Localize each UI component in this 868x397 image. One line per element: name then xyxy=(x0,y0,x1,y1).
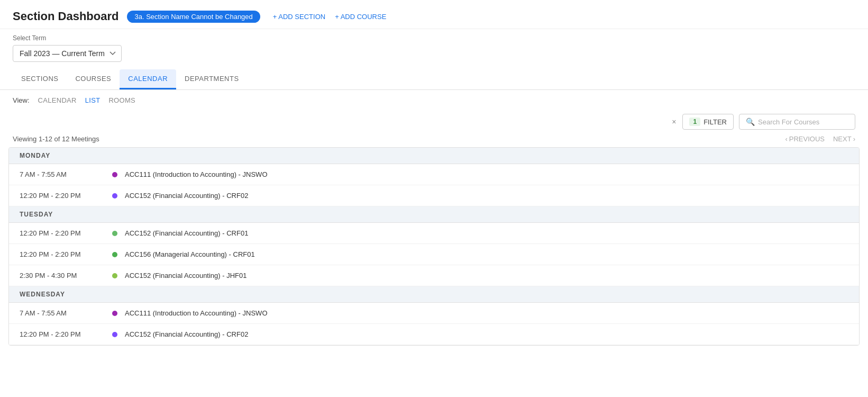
meeting-course-name: ACC111 (Introduction to Accounting) - JN… xyxy=(125,170,268,178)
meeting-color-dot xyxy=(112,252,117,257)
meeting-row[interactable]: 12:20 PM - 2:20 PMACC152 (Financial Acco… xyxy=(9,223,859,244)
meeting-color-dot xyxy=(112,311,117,316)
tab-departments[interactable]: DEPARTMENTS xyxy=(176,69,248,89)
previous-button[interactable]: ‹ PREVIOUS xyxy=(785,135,825,143)
term-label: Select Term xyxy=(13,34,855,42)
meetings-list: MONDAY7 AM - 7:55 AMACC111 (Introduction… xyxy=(8,147,860,346)
meeting-time: 7 AM - 7:55 AM xyxy=(20,309,112,317)
meeting-row[interactable]: 7 AM - 7:55 AMACC111 (Introduction to Ac… xyxy=(9,303,859,324)
next-label: NEXT xyxy=(833,135,852,143)
add-course-button[interactable]: + ADD COURSE xyxy=(335,13,386,21)
search-icon: 🔍 xyxy=(746,118,755,126)
term-select[interactable]: Fall 2023 — Current Term xyxy=(13,45,122,62)
meeting-row[interactable]: 12:20 PM - 2:20 PMACC152 (Financial Acco… xyxy=(9,324,859,345)
view-label: View: xyxy=(13,96,30,104)
pagination: ‹ PREVIOUS NEXT › xyxy=(785,135,855,143)
meeting-color-dot xyxy=(112,231,117,236)
search-box[interactable]: 🔍 Search For Courses xyxy=(739,114,855,130)
filter-button[interactable]: 1 FILTER xyxy=(682,114,734,130)
meeting-row[interactable]: 2:30 PM - 4:30 PMACC152 (Financial Accou… xyxy=(9,265,859,286)
filter-label: FILTER xyxy=(703,118,727,126)
tab-calendar[interactable]: CALENDAR xyxy=(120,69,176,89)
section-name-badge: 3a. Section Name Cannot be Changed xyxy=(127,11,260,23)
previous-label: PREVIOUS xyxy=(789,135,825,143)
day-header: TUESDAY xyxy=(9,206,859,223)
meeting-course-name: ACC152 (Financial Accounting) - JHF01 xyxy=(125,272,247,279)
tab-courses[interactable]: COURSES xyxy=(67,69,120,89)
meeting-course-name: ACC111 (Introduction to Accounting) - JN… xyxy=(125,309,268,317)
meeting-color-dot xyxy=(112,273,117,278)
view-option-calendar[interactable]: CALENDAR xyxy=(38,96,77,104)
view-option-list[interactable]: LIST xyxy=(85,96,100,104)
results-count: Viewing 1-12 of 12 Meetings xyxy=(13,135,99,143)
search-placeholder: Search For Courses xyxy=(758,118,819,126)
page-title: Section Dashboard xyxy=(13,10,118,23)
meeting-row[interactable]: 7 AM - 7:55 AMACC111 (Introduction to Ac… xyxy=(9,164,859,185)
chevron-right-icon: › xyxy=(853,135,855,143)
meeting-time: 12:20 PM - 2:20 PM xyxy=(20,250,112,258)
meeting-color-dot xyxy=(112,193,117,198)
tab-bar: SECTIONS COURSES CALENDAR DEPARTMENTS xyxy=(0,69,868,90)
day-header: MONDAY xyxy=(9,148,859,164)
view-option-rooms[interactable]: ROOMS xyxy=(108,96,135,104)
meeting-time: 12:20 PM - 2:20 PM xyxy=(20,229,112,237)
next-button[interactable]: NEXT › xyxy=(833,135,855,143)
meeting-course-name: ACC152 (Financial Accounting) - CRF01 xyxy=(125,229,248,237)
meeting-color-dot xyxy=(112,332,117,337)
day-header: WEDNESDAY xyxy=(9,286,859,303)
filter-count: 1 xyxy=(689,118,700,126)
tab-sections[interactable]: SECTIONS xyxy=(13,69,67,89)
meeting-course-name: ACC152 (Financial Accounting) - CRF02 xyxy=(125,192,248,200)
meeting-time: 2:30 PM - 4:30 PM xyxy=(20,272,112,279)
meeting-color-dot xyxy=(112,172,117,177)
meeting-course-name: ACC156 (Managerial Accounting) - CRF01 xyxy=(125,250,255,258)
chevron-left-icon: ‹ xyxy=(785,135,787,143)
meeting-course-name: ACC152 (Financial Accounting) - CRF02 xyxy=(125,330,248,338)
meeting-time: 12:20 PM - 2:20 PM xyxy=(20,330,112,338)
meeting-time: 7 AM - 7:55 AM xyxy=(20,170,112,178)
filter-clear-button[interactable]: × xyxy=(672,118,676,126)
add-section-button[interactable]: + ADD SECTION xyxy=(273,13,325,21)
meeting-row[interactable]: 12:20 PM - 2:20 PMACC156 (Managerial Acc… xyxy=(9,244,859,265)
meeting-time: 12:20 PM - 2:20 PM xyxy=(20,192,112,200)
meeting-row[interactable]: 12:20 PM - 2:20 PMACC152 (Financial Acco… xyxy=(9,185,859,206)
